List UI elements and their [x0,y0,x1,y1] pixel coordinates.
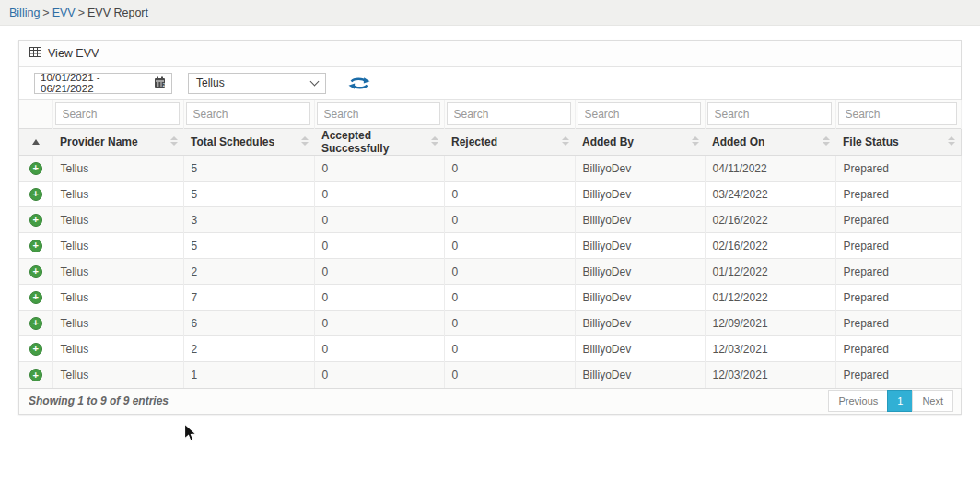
provider-select[interactable]: Tellus [188,73,326,94]
breadcrumb-link-evv[interactable]: EVV [52,6,76,19]
search-input-total-schedules[interactable] [186,102,310,125]
table-row: +Tellus100BilliyoDev12/03/2021Prepared [19,362,961,388]
plus-circle-icon[interactable]: + [29,369,42,381]
plus-circle-icon[interactable]: + [29,343,42,356]
column-header-label: Total Schedules [191,135,274,148]
expand-row-cell[interactable]: + [19,362,52,388]
column-header-file-status[interactable]: File Status [835,129,961,156]
expand-row-cell[interactable]: + [19,156,52,182]
refresh-button[interactable] [348,76,370,90]
cell-file-status: Prepared [835,336,961,362]
cell-file-status: Prepared [835,311,961,336]
sort-indicator-column[interactable] [19,129,52,156]
table-row: +Tellus500BilliyoDev04/11/2022Prepared [19,156,961,182]
cell-provider: Tellus [52,207,183,233]
table-row: +Tellus200BilliyoDev12/03/2021Prepared [19,336,961,362]
panel-footer: Showing 1 to 9 of 9 entries Previous 1 N… [19,388,961,414]
cell-file-status: Prepared [835,207,961,233]
table-header-row: Provider Name Total Schedules Accepted S… [19,129,961,156]
plus-circle-icon[interactable]: + [29,188,42,201]
cell-accepted: 0 [314,156,444,182]
evv-table: Provider Name Total Schedules Accepted S… [19,100,962,388]
cell-added-by: BilliyoDev [575,285,705,311]
cell-file-status: Prepared [835,156,961,182]
expand-row-cell[interactable]: + [19,259,52,285]
expand-row-cell[interactable]: + [19,336,52,362]
plus-circle-icon[interactable]: + [29,265,42,278]
expand-row-cell[interactable]: + [19,311,52,336]
search-input-provider-name[interactable] [55,102,180,125]
cell-file-status: Prepared [835,182,961,207]
expand-row-cell[interactable]: + [19,207,52,233]
table-grid-icon [29,47,41,60]
cell-file-status: Prepared [835,233,961,259]
panel-title: View EVV [48,47,99,60]
column-header-total-schedules[interactable]: Total Schedules [183,129,314,156]
cell-accepted: 0 [314,182,444,207]
cell-added-on: 12/03/2021 [705,336,835,362]
cell-total-schedules: 2 [183,259,314,285]
sort-carets-icon [948,136,955,146]
sort-carets-icon [170,136,178,146]
column-header-rejected[interactable]: Rejected [444,129,575,156]
column-header-provider-name[interactable]: Provider Name [52,129,183,156]
cell-rejected: 0 [444,362,575,388]
cell-provider: Tellus [52,336,183,362]
breadcrumb-link-billing[interactable]: Billing [9,6,40,19]
cell-accepted: 0 [314,207,444,233]
column-header-label: Added On [712,135,764,148]
column-header-accepted-successfully[interactable]: Accepted Successfully [314,129,444,156]
cell-file-status: Prepared [835,285,961,311]
cell-accepted: 0 [314,311,444,336]
cell-total-schedules: 7 [183,285,314,311]
search-row [19,100,961,129]
chevron-down-icon [310,76,320,86]
plus-circle-icon[interactable]: + [29,291,42,304]
cell-accepted: 0 [314,362,444,388]
cell-added-by: BilliyoDev [575,156,705,182]
previous-page-button[interactable]: Previous [828,390,888,412]
cell-accepted: 0 [314,285,444,311]
breadcrumb-separator: > [42,6,49,19]
cell-added-by: BilliyoDev [575,311,705,336]
expand-row-cell[interactable]: + [19,285,52,311]
breadcrumb: Billing>EVV>EVV Report [0,0,980,26]
plus-circle-icon[interactable]: + [29,240,42,252]
search-input-rejected[interactable] [447,102,571,125]
cell-added-on: 12/03/2021 [705,362,835,388]
cell-rejected: 0 [444,233,575,259]
calendar-icon[interactable]: 2 [154,76,166,90]
sync-arrows-icon [348,79,370,93]
cell-rejected: 0 [444,311,575,336]
table-row: +Tellus500BilliyoDev02/16/2022Prepared [19,233,961,259]
plus-circle-icon[interactable]: + [29,317,42,330]
cell-total-schedules: 3 [183,207,314,233]
cell-added-on: 03/24/2022 [705,182,835,207]
search-input-added-on[interactable] [707,102,832,125]
search-cell-spacer [19,100,52,129]
plus-circle-icon[interactable]: + [29,214,42,227]
page-1-button[interactable]: 1 [887,390,913,412]
expand-row-cell[interactable]: + [19,182,52,207]
cell-file-status: Prepared [835,362,961,388]
column-header-label: Provider Name [60,135,138,148]
cell-file-status: Prepared [835,259,961,285]
next-page-button[interactable]: Next [912,390,953,412]
column-header-added-on[interactable]: Added On [705,129,835,156]
column-header-added-by[interactable]: Added By [575,129,705,156]
date-range-value: 10/01/2021 - 06/21/2022 [41,72,154,94]
cell-rejected: 0 [444,182,575,207]
search-input-added-by[interactable] [578,102,701,125]
search-input-file-status[interactable] [838,102,957,125]
entries-summary: Showing 1 to 9 of 9 entries [29,394,169,407]
cell-added-by: BilliyoDev [575,233,705,259]
search-input-accepted-successfully[interactable] [317,102,440,125]
pagination: Previous 1 Next [829,390,953,412]
table-row: +Tellus600BilliyoDev12/09/2021Prepared [19,311,961,336]
cell-added-by: BilliyoDev [575,259,705,285]
cell-rejected: 0 [444,336,575,362]
expand-row-cell[interactable]: + [19,233,52,259]
cell-added-on: 01/12/2022 [705,285,835,311]
plus-circle-icon[interactable]: + [29,162,42,175]
date-range-input[interactable]: 10/01/2021 - 06/21/2022 2 [34,73,172,94]
